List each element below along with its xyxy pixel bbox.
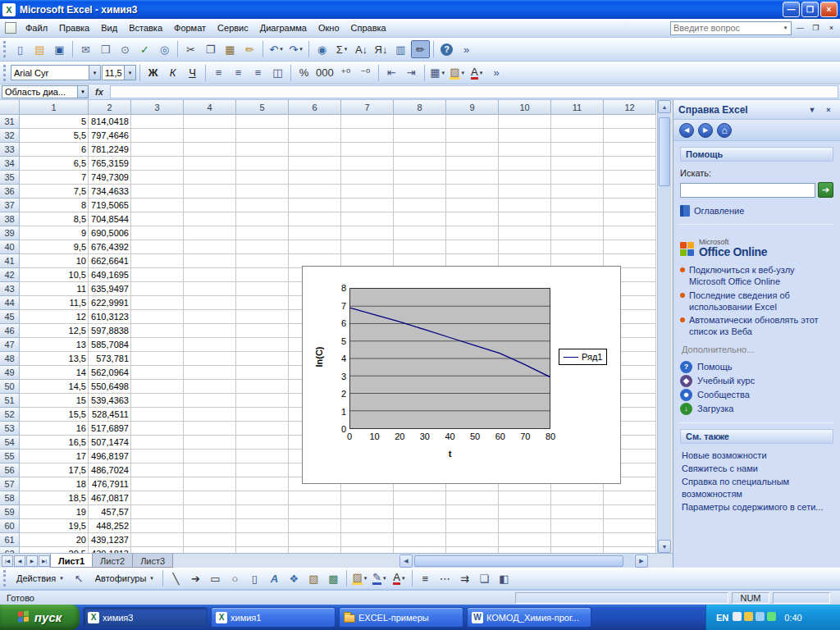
scroll-left-icon[interactable]: ◀	[399, 555, 413, 568]
cell[interactable]	[184, 436, 236, 450]
merge-center-icon[interactable]: ◫	[268, 64, 287, 82]
font-name-combo-dropdown-icon[interactable]: ▾	[89, 66, 100, 80]
cell[interactable]	[499, 547, 551, 553]
increase-indent-icon[interactable]: ⇥	[402, 64, 421, 82]
pane-link[interactable]: Справка по специальным возможностям	[682, 476, 833, 500]
vertical-scroll-thumb[interactable]	[659, 117, 670, 186]
cell[interactable]: 814,0418	[89, 115, 131, 129]
cell[interactable]	[394, 212, 446, 226]
cell[interactable]: 765,3159	[89, 157, 131, 171]
cell[interactable]	[236, 450, 289, 463]
cell[interactable]: 16,5	[20, 436, 89, 450]
drawing-icon[interactable]: ✏	[411, 40, 430, 58]
cell[interactable]	[604, 212, 656, 226]
column-header[interactable]: 2	[89, 100, 131, 115]
cell[interactable]: 14	[20, 366, 89, 380]
cell[interactable]	[236, 310, 289, 324]
row-header[interactable]: 31	[0, 115, 20, 129]
downloads-link[interactable]: ↓Загрузка	[680, 403, 833, 415]
cell[interactable]: 704,8544	[89, 212, 131, 226]
line-icon[interactable]: ╲	[167, 569, 185, 587]
name-box-dropdown-icon[interactable]: ▾	[77, 86, 88, 98]
more-link[interactable]: Дополнительно...	[682, 345, 833, 354]
cell[interactable]: 662,6641	[89, 254, 131, 268]
cell[interactable]	[236, 477, 289, 491]
tray-icon-2[interactable]	[744, 612, 753, 621]
cell[interactable]	[131, 310, 184, 324]
scroll-up-icon[interactable]: ▲	[658, 100, 671, 113]
cell[interactable]	[499, 519, 551, 533]
font-color-icon-dropdown[interactable]: ▾	[480, 70, 483, 76]
cell[interactable]	[184, 366, 236, 380]
cell[interactable]: 18	[20, 477, 89, 491]
arrow-style-icon[interactable]: ⇉	[455, 569, 474, 587]
taskbar-task[interactable]: EXCEL-примеры	[339, 607, 463, 628]
cell[interactable]: 7,5	[20, 185, 89, 199]
italic-button[interactable]: К	[163, 64, 182, 82]
cell[interactable]: 517,6897	[89, 422, 131, 436]
cell[interactable]	[446, 240, 499, 254]
print-preview-icon[interactable]: ⊙	[116, 40, 135, 58]
horizontal-scroll-track[interactable]	[413, 555, 634, 568]
column-header[interactable]: 11	[551, 100, 604, 115]
home-icon[interactable]: ⌂	[717, 123, 732, 138]
font-color-icon-dropdown[interactable]: ▾	[402, 575, 405, 582]
toolbar-drag-handle[interactable]	[3, 41, 7, 57]
row-header[interactable]: 36	[0, 185, 20, 199]
cell[interactable]	[446, 519, 499, 533]
new-icon[interactable]: ▯	[11, 40, 30, 58]
cell[interactable]	[131, 380, 184, 394]
cell[interactable]: 719,5065	[89, 199, 131, 212]
workbook-icon[interactable]	[5, 22, 16, 34]
maximize-button[interactable]: ❐	[801, 2, 819, 17]
cell[interactable]	[499, 185, 551, 199]
cell[interactable]	[341, 143, 394, 157]
cell[interactable]	[236, 394, 289, 408]
first-sheet-button[interactable]: |◀	[2, 555, 13, 567]
hyperlink-icon[interactable]: ◉	[313, 40, 331, 58]
cell[interactable]	[184, 463, 236, 477]
cell[interactable]	[499, 505, 551, 519]
cell[interactable]	[131, 408, 184, 422]
cell[interactable]: 13,5	[20, 352, 89, 366]
cell[interactable]: 5	[20, 115, 89, 129]
cell[interactable]	[551, 143, 604, 157]
menu-chart[interactable]: Диаграмма	[254, 21, 313, 35]
cell[interactable]	[131, 254, 184, 268]
underline-button[interactable]: Ч	[183, 64, 202, 82]
decrease-decimal-icon[interactable]: ⁻⁰	[356, 64, 375, 82]
taskbar-task[interactable]: Xхимия3	[83, 607, 208, 628]
format-painter-icon[interactable]: ✏	[240, 40, 259, 58]
cell[interactable]	[341, 547, 394, 553]
cell[interactable]: 496,8197	[89, 450, 131, 463]
cell[interactable]: 562,0964	[89, 366, 131, 380]
menu-format[interactable]: Формат	[168, 21, 212, 35]
cell[interactable]	[131, 366, 184, 380]
undo-icon[interactable]: ↶▾	[267, 40, 285, 58]
cell[interactable]	[236, 143, 289, 157]
horizontal-scroll-thumb[interactable]	[414, 555, 623, 567]
align-right-icon[interactable]: ≡	[249, 64, 267, 82]
cell[interactable]	[131, 185, 184, 199]
back-icon[interactable]: ◀	[679, 123, 694, 138]
cell[interactable]	[604, 143, 656, 157]
toc-link[interactable]: Оглавление	[680, 205, 833, 217]
column-header[interactable]: 4	[184, 100, 236, 115]
cell[interactable]	[184, 338, 236, 352]
redo-icon-dropdown[interactable]: ▾	[299, 46, 303, 52]
question-input[interactable]	[671, 23, 780, 33]
cell[interactable]	[236, 296, 289, 310]
font-size-combo[interactable]: 11,5▾	[102, 65, 136, 80]
pane-link[interactable]: Последние сведения об использовании Exce…	[680, 290, 833, 313]
cell[interactable]	[289, 491, 341, 505]
cell[interactable]: 7	[20, 171, 89, 185]
cell[interactable]	[236, 115, 289, 129]
cell[interactable]	[551, 171, 604, 185]
cell[interactable]	[236, 408, 289, 422]
cell[interactable]	[131, 129, 184, 143]
pane-link[interactable]: Подключиться к веб-узлу Microsoft Office…	[680, 265, 833, 288]
cell[interactable]	[236, 282, 289, 296]
cell[interactable]: 20	[20, 533, 89, 547]
row-header[interactable]: 61	[0, 533, 20, 547]
row-header[interactable]: 42	[0, 268, 20, 282]
